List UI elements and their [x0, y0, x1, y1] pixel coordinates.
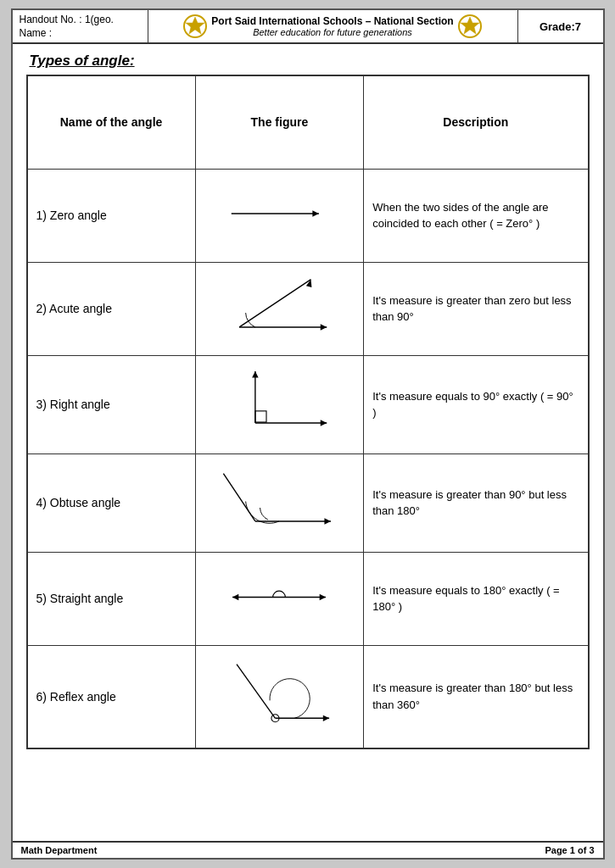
figure-obtuse	[195, 453, 364, 552]
col-header-figure: The figure	[195, 75, 364, 169]
header-center: Port Said International Schools – Nation…	[148, 10, 518, 42]
angle-desc-straight: It's measure equals to 180° exactly ( = …	[364, 552, 589, 645]
angle-name-obtuse: 4) Obtuse angle	[27, 453, 196, 552]
svg-marker-22	[323, 715, 329, 721]
title-section: Types of angle:	[13, 44, 603, 75]
angle-desc-reflex: It's measure is greater than 180° but le…	[364, 645, 589, 748]
table-row: 6) Reflex angle	[27, 645, 589, 748]
header-right: Grade:7	[518, 10, 603, 42]
handout-label: Handout No. : 1(geo.	[20, 14, 141, 25]
acute-angle-figure	[215, 271, 343, 343]
col-header-desc: Description	[364, 75, 589, 169]
svg-marker-7	[321, 324, 327, 331]
footer: Math Department Page 1 of 3	[13, 841, 603, 858]
grade-label: Grade:7	[540, 20, 581, 33]
svg-rect-14	[255, 410, 266, 421]
table-row: 5) Straight angle It's measure equals to…	[27, 552, 589, 645]
table-row: 2) Acute angle It's m	[27, 262, 589, 355]
svg-line-8	[240, 279, 311, 326]
content: Name of the angle The figure Description…	[13, 75, 603, 841]
angles-table: Name of the angle The figure Description…	[26, 75, 590, 749]
figure-reflex	[195, 645, 364, 748]
svg-marker-1	[186, 17, 204, 34]
logo-left-icon	[182, 14, 208, 39]
svg-marker-19	[232, 593, 238, 599]
zero-angle-figure	[215, 188, 343, 239]
svg-marker-3	[461, 17, 479, 34]
table-row: 4) Obtuse angle	[27, 453, 589, 552]
angle-desc-zero: When the two sides of the angle are coin…	[364, 169, 589, 262]
table-row: 3) Right angle It's m	[27, 355, 589, 453]
angle-name-reflex: 6) Reflex angle	[27, 645, 196, 748]
angle-name-straight: 5) Straight angle	[27, 552, 196, 645]
svg-marker-11	[253, 371, 260, 378]
logo-right-icon	[457, 14, 483, 39]
reflex-angle-figure	[215, 653, 343, 737]
figure-straight	[195, 552, 364, 645]
figure-acute	[195, 262, 364, 355]
straight-angle-figure	[215, 574, 343, 620]
figure-zero	[195, 169, 364, 262]
angle-name-acute: 2) Acute angle	[27, 262, 196, 355]
header-left: Handout No. : 1(geo. Name :	[13, 10, 148, 42]
col-header-name: Name of the angle	[27, 75, 196, 169]
figure-right	[195, 355, 364, 453]
name-label: Name :	[20, 27, 141, 39]
header: Handout No. : 1(geo. Name : Port Said In…	[13, 10, 603, 44]
svg-marker-20	[320, 593, 326, 599]
footer-left: Math Department	[21, 845, 98, 855]
obtuse-angle-figure	[215, 461, 343, 542]
page-title: Types of angle:	[30, 53, 586, 70]
table-row: 1) Zero angle When the two sides of the …	[27, 169, 589, 262]
angle-name-zero: 1) Zero angle	[27, 169, 196, 262]
svg-marker-5	[313, 210, 320, 217]
school-sub: Better education for future generations	[211, 27, 453, 37]
angle-desc-acute: It's measure is greater than zero but le…	[364, 262, 589, 355]
svg-line-23	[237, 664, 275, 718]
angle-desc-right: It's measure equals to 90° exactly ( = 9…	[364, 355, 589, 453]
page: Handout No. : 1(geo. Name : Port Said In…	[11, 8, 605, 860]
angle-desc-obtuse: It's measure is greater than 90° but les…	[364, 453, 589, 552]
svg-marker-16	[325, 518, 332, 525]
table-header-row: Name of the angle The figure Description	[27, 75, 589, 169]
svg-marker-13	[321, 420, 327, 426]
right-angle-figure	[215, 363, 343, 443]
footer-right: Page 1 of 3	[545, 845, 594, 855]
school-name: Port Said International Schools – Nation…	[211, 15, 453, 27]
angle-name-right: 3) Right angle	[27, 355, 196, 453]
